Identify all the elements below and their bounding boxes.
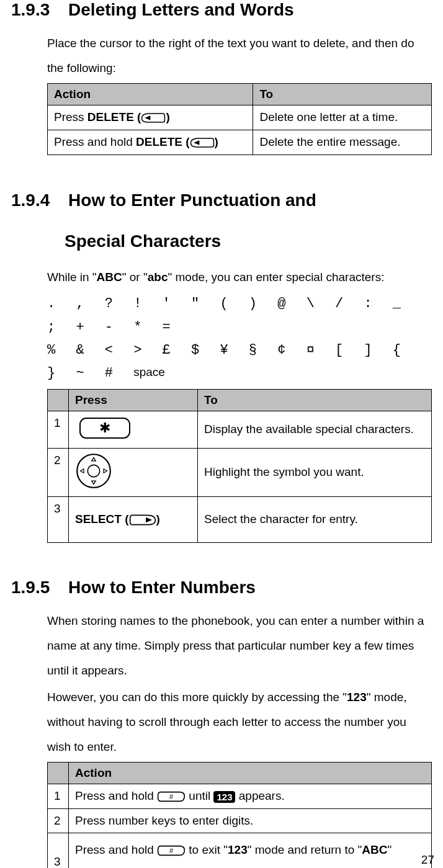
th-to: To bbox=[198, 389, 432, 411]
th-blank bbox=[48, 389, 69, 411]
navigation-disc-icon bbox=[75, 452, 112, 490]
cell-press-1 bbox=[69, 411, 198, 448]
page-number: 27 bbox=[421, 853, 434, 867]
section-title-line1: How to Enter Punctuation and bbox=[68, 190, 316, 210]
row-num-3: 3 bbox=[48, 496, 69, 542]
row-num-2: 2 bbox=[48, 809, 69, 833]
cell-to-1: Display the available special characters… bbox=[198, 411, 432, 448]
para-1-9-5-a: When storing names to the phonebook, you… bbox=[47, 609, 432, 683]
cell-action-3: Press and hold to exit "123" mode and re… bbox=[69, 833, 432, 868]
table-1-9-5: Action 1 Press and hold until 123 appear… bbox=[47, 762, 432, 868]
row-num-2: 2 bbox=[48, 448, 69, 496]
hash-key-icon bbox=[157, 844, 186, 857]
intro-1-9-4: While in "ABC" or "abc" mode, you can en… bbox=[47, 265, 432, 290]
row-num-3: 3 bbox=[48, 833, 69, 868]
heading-1-9-4: 1.9.4 How to Enter Punctuation and bbox=[11, 190, 432, 211]
heading-1-9-3: 1.9.3 Deleting Letters and Words bbox=[11, 0, 432, 20]
table-1-9-4: Press To 1 Display the available special… bbox=[47, 389, 432, 543]
cell-action-1: Press DELETE () bbox=[48, 105, 253, 130]
intro-1-9-3: Place the cursor to the right of the tex… bbox=[47, 31, 432, 81]
heading-1-9-5: 1.9.5 How to Enter Numbers bbox=[11, 578, 432, 597]
cell-press-2 bbox=[69, 448, 198, 496]
th-action: Action bbox=[69, 763, 432, 784]
para-1-9-5-b: However, you can do this more quickly by… bbox=[47, 685, 432, 759]
cell-to-3: Select the character for entry. bbox=[198, 496, 432, 542]
cell-to-1: Delete one letter at a time. bbox=[253, 105, 432, 130]
row-num-1: 1 bbox=[48, 784, 69, 809]
cell-action-2: Press and hold DELETE () bbox=[48, 130, 253, 154]
section-title: Deleting Letters and Words bbox=[68, 0, 294, 19]
th-press: Press bbox=[69, 389, 198, 411]
table-1-9-3: Action To Press DELETE () Delete one let… bbox=[47, 83, 432, 155]
mode-123-badge: 123 bbox=[213, 791, 235, 803]
section-title-line2: Special Characters bbox=[65, 231, 432, 251]
section-number: 1.9.3 bbox=[11, 0, 50, 20]
right-softkey-icon bbox=[129, 513, 156, 527]
cell-to-2: Delete the entire message. bbox=[253, 130, 432, 154]
cell-action-2: Press number keys to enter digits. bbox=[69, 809, 432, 833]
th-blank bbox=[48, 763, 69, 784]
row-num-1: 1 bbox=[48, 411, 69, 448]
section-title: How to Enter Numbers bbox=[68, 578, 256, 597]
star-key-icon bbox=[75, 416, 135, 441]
special-characters-list: . , ? ! ' " ( ) @ \ / : _ ; + - * = % & … bbox=[47, 292, 432, 385]
hash-key-icon bbox=[157, 790, 186, 803]
th-action: Action bbox=[48, 83, 253, 105]
cell-press-3: SELECT () bbox=[69, 496, 198, 542]
symbols-row-2: % & < > £ $ ¥ § ¢ ¤ [ ] { } ~ # space bbox=[47, 339, 432, 385]
cell-to-2: Highlight the symbol you want. bbox=[198, 448, 432, 496]
cell-action-1: Press and hold until 123 appears. bbox=[69, 784, 432, 809]
left-softkey-icon bbox=[190, 136, 215, 150]
th-to: To bbox=[253, 83, 432, 105]
symbols-row-1: . , ? ! ' " ( ) @ \ / : _ ; + - * = bbox=[47, 292, 432, 339]
left-softkey-icon bbox=[141, 111, 166, 125]
section-number: 1.9.5 bbox=[11, 578, 50, 597]
section-number: 1.9.4 bbox=[11, 190, 50, 211]
